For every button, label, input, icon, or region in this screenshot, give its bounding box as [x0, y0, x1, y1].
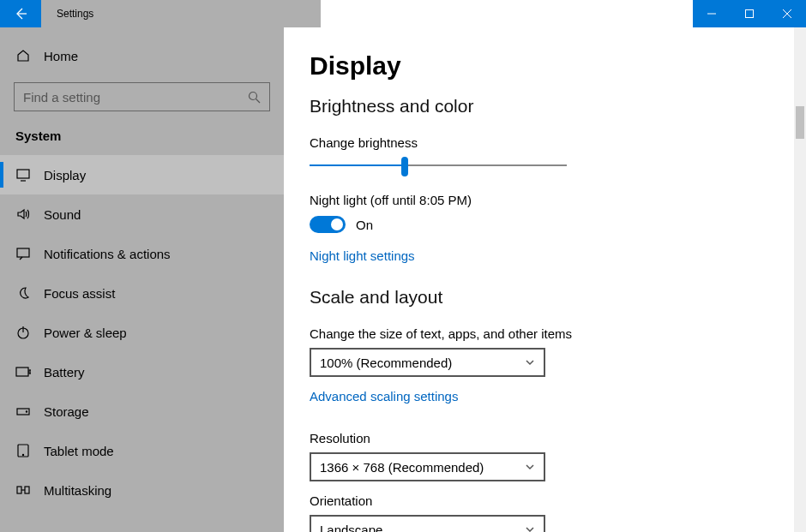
sidebar-item-label: Focus assist [44, 286, 115, 301]
speaker-icon [15, 206, 31, 222]
chevron-down-icon [525, 524, 535, 532]
section-brightness-heading: Brightness and color [310, 96, 780, 117]
svg-point-14 [26, 411, 27, 412]
orientation-label: Orientation [310, 493, 780, 508]
resolution-label: Resolution [310, 431, 780, 445]
sidebar-item-multitasking[interactable]: Multitasking [0, 470, 284, 510]
monitor-icon [15, 167, 31, 182]
section-scale-heading: Scale and layout [310, 287, 780, 308]
sidebar-item-storage[interactable]: Storage [0, 392, 284, 431]
svg-rect-18 [25, 487, 29, 493]
night-light-label: Night light (off until 8:05 PM) [310, 193, 780, 207]
sidebar-item-label: Home [44, 49, 78, 63]
power-icon [15, 325, 31, 340]
svg-rect-6 [17, 170, 29, 178]
titlebar: Settings [0, 0, 806, 27]
chevron-down-icon [525, 462, 535, 472]
scrollbar[interactable] [794, 27, 806, 532]
sidebar-item-display[interactable]: Display [0, 155, 284, 194]
chevron-down-icon [525, 357, 535, 368]
scrollbar-thumb[interactable] [796, 106, 804, 139]
text-size-label: Change the size of text, apps, and other… [310, 326, 780, 341]
back-button[interactable] [0, 0, 41, 27]
dropdown-value: 100% (Recommended) [320, 356, 452, 370]
sidebar-item-label: Tablet mode [44, 444, 114, 458]
main-content: Display Brightness and color Change brig… [284, 27, 806, 532]
message-icon [15, 246, 31, 261]
sidebar-item-power[interactable]: Power & sleep [0, 313, 284, 352]
toggle-knob [331, 218, 343, 230]
arrow-left-icon [14, 7, 27, 21]
minimize-icon [707, 9, 716, 18]
dropdown-value: 1366 × 768 (Recommended) [320, 460, 484, 475]
orientation-dropdown[interactable]: Landscape [310, 515, 545, 532]
sidebar-item-label: Storage [44, 404, 89, 419]
resolution-dropdown[interactable]: 1366 × 768 (Recommended) [310, 452, 545, 481]
minimize-button[interactable] [693, 0, 731, 27]
night-light-state: On [356, 218, 373, 232]
svg-point-16 [22, 454, 23, 455]
tablet-icon [15, 443, 31, 458]
sidebar-item-label: Display [44, 168, 86, 182]
dropdown-value: Landscape [320, 523, 382, 533]
maximize-button[interactable] [731, 0, 768, 27]
svg-point-4 [250, 92, 257, 99]
battery-icon [15, 364, 31, 380]
brightness-slider[interactable] [310, 157, 567, 174]
sidebar-group-heading: System [0, 127, 284, 155]
slider-fill [310, 164, 405, 166]
sidebar-item-label: Battery [44, 365, 85, 380]
sidebar-item-label: Multitasking [44, 483, 111, 498]
svg-rect-17 [17, 487, 21, 493]
slider-track [405, 164, 567, 166]
slider-thumb[interactable] [401, 157, 408, 176]
sidebar-item-notifications[interactable]: Notifications & actions [0, 234, 284, 273]
sidebar-item-label: Notifications & actions [44, 247, 171, 261]
svg-line-5 [256, 99, 261, 103]
maximize-icon [745, 9, 754, 18]
sidebar-item-battery[interactable]: Battery [0, 352, 284, 392]
search-box[interactable] [14, 82, 270, 111]
titlebar-drag-area[interactable] [321, 0, 693, 27]
window-controls [693, 0, 806, 27]
svg-rect-12 [29, 370, 31, 374]
home-icon [15, 48, 31, 63]
app-title: Settings [41, 0, 93, 27]
search-icon [248, 91, 261, 104]
sidebar-item-label: Sound [44, 207, 81, 222]
search-input[interactable] [23, 90, 248, 105]
text-size-dropdown[interactable]: 100% (Recommended) [310, 348, 545, 377]
close-icon [783, 9, 791, 18]
moon-icon [15, 285, 31, 301]
advanced-scaling-link[interactable]: Advanced scaling settings [310, 389, 458, 403]
sidebar-item-tablet[interactable]: Tablet mode [0, 431, 284, 470]
svg-rect-8 [17, 248, 29, 257]
svg-rect-1 [746, 10, 754, 18]
night-light-settings-link[interactable]: Night light settings [310, 248, 415, 263]
page-title: Display [310, 51, 780, 81]
close-button[interactable] [768, 0, 806, 27]
sidebar: Home System Display Sound [0, 27, 284, 532]
drive-icon [15, 403, 31, 419]
sidebar-item-sound[interactable]: Sound [0, 194, 284, 234]
night-light-toggle[interactable] [310, 216, 346, 233]
timeline-icon [15, 482, 31, 498]
sidebar-item-focus-assist[interactable]: Focus assist [0, 273, 284, 313]
brightness-slider-label: Change brightness [310, 135, 780, 150]
sidebar-item-label: Power & sleep [44, 326, 127, 340]
svg-rect-11 [16, 368, 28, 376]
sidebar-item-home[interactable]: Home [0, 36, 284, 75]
